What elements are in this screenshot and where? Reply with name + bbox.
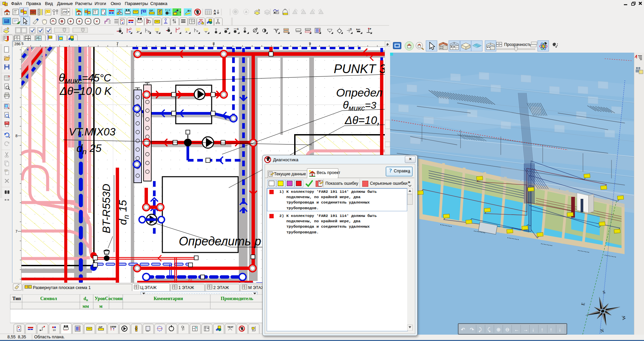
- svg-text:7: 7: [15, 229, 17, 233]
- svg-text:ZM: ZM: [63, 10, 67, 13]
- svg-text:8: 8: [213, 42, 215, 46]
- svg-text:Прозрачность: Прозрачность: [504, 42, 531, 47]
- svg-text:dn 15: dn 15: [117, 200, 130, 225]
- svg-text:P: P: [227, 28, 229, 30]
- svg-text:10: 10: [37, 37, 39, 39]
- svg-text:Δθ=10,0 K: Δθ=10,0 K: [59, 85, 112, 97]
- svg-text:↓: ↓: [532, 327, 535, 332]
- svg-text:↶: ↶: [461, 327, 465, 332]
- svg-text:↑: ↑: [541, 327, 544, 332]
- svg-text:Определ: Определ: [336, 86, 382, 99]
- svg-text:↓: ↓: [559, 327, 561, 332]
- svg-text:Производитель: Производитель: [221, 296, 254, 301]
- svg-text:Развернутая плоская схема 1: Развернутая плоская схема 1: [33, 285, 91, 290]
- svg-text:←: ←: [514, 327, 519, 332]
- svg-text:7: 7: [116, 42, 118, 46]
- svg-text:⊖: ⊖: [505, 327, 510, 332]
- svg-text:Символ: Символ: [40, 296, 57, 301]
- svg-text:100W: 100W: [110, 326, 116, 328]
- svg-text:⤸: ⤸: [479, 327, 482, 333]
- svg-text:м: м: [99, 304, 103, 309]
- svg-text:1 ЭТАЖ: 1 ЭТАЖ: [178, 285, 194, 290]
- svg-text:Тип: Тип: [12, 296, 21, 301]
- svg-text:PUNKT 3: PUNKT 3: [334, 62, 385, 76]
- svg-text:Комментарии: Комментарии: [154, 296, 183, 301]
- svg-text:8: 8: [15, 134, 17, 138]
- svg-text:VT.MIX03: VT.MIX03: [69, 126, 116, 138]
- svg-text:G: G: [237, 28, 239, 30]
- svg-text:2 ЭТАЖ: 2 ЭТАЖ: [213, 285, 229, 290]
- svg-text:мм: мм: [83, 304, 89, 309]
- svg-text:20: 20: [188, 9, 191, 12]
- svg-text:10: 10: [4, 37, 7, 39]
- svg-text:P: P: [370, 28, 371, 30]
- svg-text:5: 5: [21, 42, 23, 46]
- svg-text:↑: ↑: [550, 327, 552, 332]
- svg-text:⊕: ⊕: [496, 327, 501, 332]
- svg-text:Ц.ЭТАЖ: Ц.ЭТАЖ: [140, 285, 157, 290]
- svg-text:УровСостоян: УровСостоян: [95, 296, 123, 301]
- svg-text:GP: GP: [149, 9, 153, 12]
- svg-text:10: 10: [53, 329, 56, 332]
- svg-text:TEXT: TEXT: [227, 326, 234, 328]
- svg-text:T1.5: T1.5: [165, 9, 170, 12]
- svg-text:K: K: [350, 28, 352, 30]
- svg-text:↷: ↷: [470, 327, 474, 332]
- svg-text:BT-R553D: BT-R553D: [100, 184, 112, 233]
- svg-text:9: 9: [309, 42, 311, 46]
- svg-text:Я: Я: [214, 12, 216, 15]
- svg-text:→: →: [523, 327, 528, 332]
- svg-text:dn 25: dn 25: [76, 142, 102, 156]
- svg-text:Δθ=10,: Δθ=10,: [344, 114, 380, 126]
- svg-text:⤹: ⤹: [488, 327, 491, 333]
- svg-text:kv=: kv=: [356, 28, 360, 31]
- svg-text:Определить р: Определить р: [179, 234, 261, 248]
